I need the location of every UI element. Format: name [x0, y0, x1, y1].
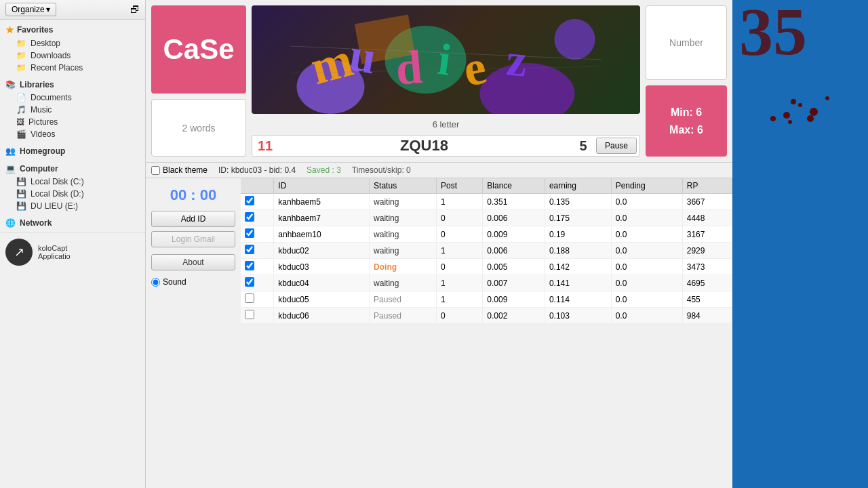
pictures-icon: 🖼 [16, 117, 24, 127]
about-label: About [182, 258, 203, 267]
row-status-cell: waiting [370, 275, 437, 291]
table-row: kbduc05 Paused 1 0.009 0.114 0.0 455 [241, 291, 732, 308]
login-gmail-button[interactable]: Login Gmail [151, 231, 235, 247]
main-content: CaSe 2 words m u d i [146, 0, 732, 488]
library-icon: 📚 [5, 80, 16, 89]
captcha-svg: m u d i e z [252, 5, 640, 114]
add-id-label: Add ID [181, 214, 206, 224]
black-theme-check[interactable]: Black theme [151, 165, 208, 175]
col-rp: RP [682, 178, 732, 194]
captcha-image: m u d i e z [252, 5, 640, 114]
videos-label: Videos [31, 129, 55, 139]
favorites-label: Favorites [17, 25, 53, 35]
svg-point-15 [810, 108, 818, 116]
row-check-cell [241, 194, 274, 210]
sidebar-item-c[interactable]: 💾 Local Disk (C:) [0, 176, 145, 188]
sidebar-item-recent[interactable]: 📁 Recent Places [0, 62, 145, 74]
sidebar-computer-header[interactable]: 💻 Computer [0, 162, 145, 176]
row-checkbox-7[interactable] [245, 310, 254, 319]
row-checkbox-3[interactable] [245, 245, 254, 254]
sidebar-favorites-header[interactable]: ★ Favorites [0, 22, 145, 37]
case-panel: CaSe 2 words [151, 5, 246, 157]
row-rp-cell: 3167 [682, 226, 732, 243]
sidebar-network-header[interactable]: 🌐 Network [0, 216, 145, 230]
answer-number: 11 [255, 138, 275, 154]
row-earning-cell: 0.114 [545, 291, 611, 308]
row-id-cell: kbduc02 [274, 243, 370, 259]
pause-button[interactable]: Pause [596, 138, 637, 154]
row-checkbox-5[interactable] [245, 277, 254, 287]
row-pending-cell: 0.0 [611, 259, 682, 275]
about-button[interactable]: About [151, 254, 235, 270]
row-status-cell: Paused [370, 291, 437, 308]
avatar: ↗ [5, 239, 33, 266]
music-icon: 🎵 [16, 105, 26, 115]
sidebar-libraries-header[interactable]: 📚 Libraries [0, 78, 145, 92]
user-info: koloCapt Applicatio [38, 244, 71, 260]
table-row: kanhbaem5 waiting 1 0.351 0.135 0.0 3667 [241, 194, 732, 210]
row-pending-cell: 0.0 [611, 275, 682, 291]
row-post-cell: 0 [437, 210, 483, 226]
row-rp-cell: 4695 [682, 275, 732, 291]
row-blance-cell: 0.005 [483, 259, 545, 275]
sound-radio[interactable] [151, 278, 160, 287]
answer-input[interactable] [278, 137, 570, 155]
row-status-cell: Paused [370, 308, 437, 324]
answer-count: 5 [573, 138, 593, 154]
user-section: ↗ koloCapt Applicatio [0, 232, 145, 271]
star-icon: ★ [5, 24, 14, 35]
row-checkbox-2[interactable] [245, 228, 254, 238]
row-earning-cell: 0.175 [545, 210, 611, 226]
min-label: Min: 6 [671, 106, 702, 119]
row-check-cell [241, 308, 274, 324]
row-post-cell: 0 [437, 308, 483, 324]
svg-text:u: u [346, 28, 380, 83]
right-panel: 35 [732, 0, 868, 488]
add-id-button[interactable]: Add ID [151, 211, 235, 227]
sidebar-homegroup-header[interactable]: 👥 Homegroup [0, 144, 145, 158]
svg-point-16 [798, 103, 802, 107]
row-post-cell: 0 [437, 226, 483, 243]
sidebar-item-music[interactable]: 🎵 Music [0, 104, 145, 116]
case-label: CaSe [163, 33, 234, 66]
pause-label: Pause [605, 141, 628, 150]
sidebar-item-documents[interactable]: 📄 Documents [0, 92, 145, 104]
network-label: Network [20, 218, 52, 228]
row-pending-cell: 0.0 [611, 194, 682, 210]
row-post-cell: 1 [437, 291, 483, 308]
sidebar-item-downloads[interactable]: 📁 Downloads [0, 49, 145, 62]
sidebar: Organize ▾ 🗗 ★ Favorites 📁 Desktop 📁 Dow… [0, 0, 146, 488]
row-check-cell [241, 226, 274, 243]
sidebar-item-pictures[interactable]: 🖼 Pictures [0, 116, 145, 128]
row-id-cell: kanhbaem5 [274, 194, 370, 210]
row-checkbox-0[interactable] [245, 196, 254, 205]
chevron-down-icon: ▾ [46, 5, 50, 14]
row-status-cell: waiting [370, 226, 437, 243]
table-area: ID Status Post Blance earning Pending RP… [241, 178, 732, 488]
row-pending-cell: 0.0 [611, 291, 682, 308]
folder-icon: 📁 [16, 51, 26, 60]
row-checkbox-1[interactable] [245, 212, 254, 222]
row-post-cell: 1 [437, 194, 483, 210]
user-name: koloCapt [38, 244, 71, 252]
organize-button[interactable]: Organize ▾ [5, 3, 56, 16]
svg-point-2 [480, 63, 575, 114]
sidebar-item-d[interactable]: 💾 Local Disk (D:) [0, 188, 145, 200]
d-label: Local Disk (D:) [31, 189, 84, 199]
black-theme-checkbox[interactable] [151, 166, 160, 175]
row-checkbox-6[interactable] [245, 293, 254, 303]
row-checkbox-4[interactable] [245, 261, 254, 270]
sidebar-item-desktop[interactable]: 📁 Desktop [0, 37, 145, 49]
row-status-cell: waiting [370, 210, 437, 226]
e-label: DU LIEU (E:) [31, 201, 78, 211]
organize-label: Organize [12, 5, 45, 14]
row-check-cell [241, 259, 274, 275]
sidebar-item-e[interactable]: 💾 DU LIEU (E:) [0, 200, 145, 212]
case-button[interactable]: CaSe [151, 5, 246, 94]
svg-point-20 [807, 115, 814, 122]
sidebar-toolbar: Organize ▾ 🗗 [0, 0, 145, 20]
status-saved: Saved : 3 [307, 165, 341, 175]
row-blance-cell: 0.009 [483, 226, 545, 243]
row-earning-cell: 0.103 [545, 308, 611, 324]
sidebar-item-videos[interactable]: 🎬 Videos [0, 128, 145, 140]
